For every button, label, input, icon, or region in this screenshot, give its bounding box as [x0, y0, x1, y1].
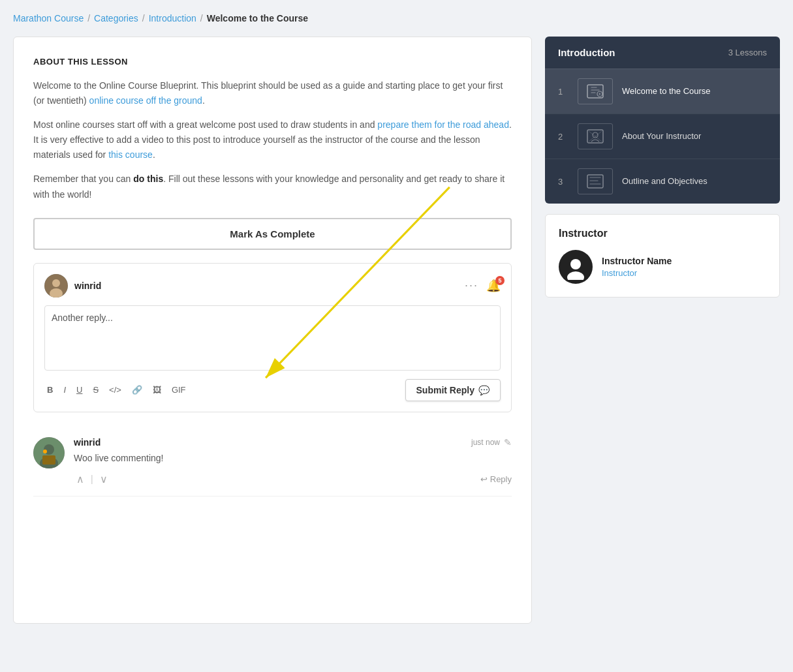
svg-point-3	[52, 279, 60, 287]
breadcrumb-categories[interactable]: Categories	[94, 13, 138, 23]
submit-reply-label: Submit Reply	[416, 385, 474, 395]
more-options-button[interactable]: ···	[465, 279, 478, 292]
sidebar-lesson-label-3: Outline and Objectives	[622, 176, 707, 187]
comment-actions: ··· 🔔 5	[465, 279, 501, 293]
notification-bell-button[interactable]: 🔔 5	[486, 279, 501, 293]
sidebar-lesson-label-2: About Your Instructor	[622, 130, 701, 142]
mark-complete-button[interactable]: Mark As Complete	[33, 218, 512, 250]
comment-author: winrid	[74, 437, 101, 448]
sidebar-lessons-panel: Introduction 3 Lessons 1 Welcome to the …	[545, 37, 780, 204]
instructor-details: Instructor Name Instructor	[602, 256, 672, 278]
comment-header: winrid ··· 🔔 5	[44, 274, 501, 298]
content-panel: ABOUT THIS LESSON Welcome to the Online …	[13, 37, 532, 624]
comment-vote-reply: ∧ | ∨ ↩ Reply	[74, 472, 512, 487]
italic-button[interactable]: I	[61, 384, 69, 396]
lesson-para-3: Remember that you can do this. Fill out …	[33, 172, 512, 202]
svg-rect-14	[587, 175, 603, 188]
link-button[interactable]: 🔗	[129, 384, 145, 396]
comment-footer: B I U S </> 🔗 🖼 GIF Submit Reply 💬	[44, 379, 501, 401]
lesson-para-2: Most online courses start off with a gre…	[33, 117, 512, 162]
commenter-info: winrid	[44, 274, 101, 298]
breadcrumb: Marathon Course / Categories / Introduct…	[13, 13, 780, 23]
sidebar-item-lesson-1[interactable]: 1 Welcome to the Course	[545, 69, 780, 114]
sidebar-lesson-label-1: Welcome to the Course	[622, 85, 711, 97]
sidebar-lessons-count: 3 Lessons	[728, 48, 767, 57]
commenter-avatar	[44, 274, 68, 298]
comment-item: winrid just now ✎ Woo live commenting! ∧…	[33, 428, 512, 496]
breadcrumb-marathon[interactable]: Marathon Course	[13, 13, 84, 23]
comment-list: winrid just now ✎ Woo live commenting! ∧…	[33, 428, 512, 496]
sidebar: Introduction 3 Lessons 1 Welcome to the …	[545, 37, 780, 298]
sidebar-header: Introduction 3 Lessons	[545, 37, 780, 69]
bold-button[interactable]: B	[44, 384, 55, 396]
instructor-panel: Instructor Instructor Name Instructor	[545, 214, 780, 298]
vote-sep: |	[91, 474, 93, 484]
lesson-thumb-3	[578, 168, 613, 194]
formatting-tools: B I U S </> 🔗 🖼 GIF	[44, 384, 189, 396]
instructor-info: Instructor Name Instructor	[559, 250, 766, 284]
breadcrumb-sep-2: /	[142, 13, 145, 23]
svg-rect-8	[42, 455, 55, 465]
sidebar-section-title: Introduction	[558, 47, 615, 58]
lesson-para-1: Welcome to the Online Course Blueprint. …	[33, 78, 512, 108]
submit-reply-button[interactable]: Submit Reply 💬	[405, 379, 501, 401]
breadcrumb-current: Welcome to the Course	[207, 13, 308, 23]
commenter-name: winrid	[74, 281, 101, 291]
reply-button[interactable]: ↩ Reply	[480, 474, 512, 484]
comment-text: Woo live commenting!	[74, 451, 512, 465]
gif-button[interactable]: GIF	[169, 384, 189, 396]
sidebar-item-lesson-2[interactable]: 2 About Your Instructor	[545, 114, 780, 159]
comment-time: just now	[471, 438, 500, 447]
reply-textarea[interactable]: Another reply...	[44, 305, 501, 371]
reply-arrow-icon: ↩	[480, 474, 488, 484]
instructor-heading: Instructor	[559, 228, 766, 239]
lesson-thumb-1	[578, 78, 613, 104]
lesson-number-3: 3	[558, 177, 568, 187]
svg-point-16	[567, 271, 584, 280]
breadcrumb-sep-3: /	[200, 13, 203, 23]
underline-button[interactable]: U	[74, 384, 85, 396]
lesson-number-2: 2	[558, 132, 568, 142]
vote-buttons: ∧ | ∨	[74, 472, 110, 487]
comment-meta: winrid just now ✎	[74, 437, 512, 448]
comment-compose-area: winrid ··· 🔔 5 Another reply... B I	[33, 263, 512, 412]
sidebar-item-lesson-3[interactable]: 3 Outline and Objectives	[545, 159, 780, 204]
breadcrumb-introduction[interactable]: Introduction	[149, 13, 196, 23]
edit-comment-button[interactable]: ✎	[504, 437, 512, 448]
image-button[interactable]: 🖼	[150, 384, 164, 396]
reply-label: Reply	[490, 474, 512, 484]
comment-body: winrid just now ✎ Woo live commenting! ∧…	[74, 437, 512, 487]
lesson-number-1: 1	[558, 87, 568, 97]
lesson-title: ABOUT THIS LESSON	[33, 57, 512, 67]
breadcrumb-sep-1: /	[87, 13, 90, 23]
chat-icon: 💬	[478, 385, 490, 395]
svg-point-15	[570, 259, 581, 269]
instructor-avatar	[559, 250, 593, 284]
comment-time-edit: just now ✎	[471, 437, 512, 448]
svg-point-9	[43, 450, 47, 453]
code-button[interactable]: </>	[106, 384, 124, 396]
comment-avatar	[33, 437, 65, 468]
lesson-thumb-2	[578, 123, 613, 149]
instructor-role: Instructor	[602, 268, 672, 278]
strikethrough-button[interactable]: S	[90, 384, 101, 396]
upvote-button[interactable]: ∧	[74, 472, 87, 487]
bell-badge: 5	[495, 276, 505, 285]
instructor-name: Instructor Name	[602, 256, 672, 266]
downvote-button[interactable]: ∨	[97, 472, 110, 487]
